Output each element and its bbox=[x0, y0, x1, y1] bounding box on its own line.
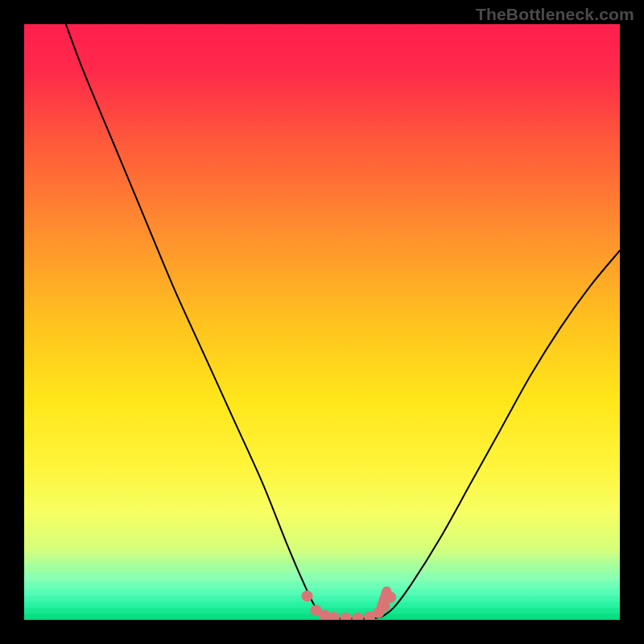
watermark-text: TheBottleneck.com bbox=[476, 5, 634, 24]
curve-right-branch bbox=[382, 250, 620, 617]
highlight-dot bbox=[302, 590, 313, 601]
highlight-dot bbox=[328, 612, 340, 620]
outer-frame: TheBottleneck.com bbox=[0, 0, 644, 644]
highlight-markers bbox=[302, 585, 397, 620]
highlight-dot bbox=[352, 613, 363, 620]
plot-area bbox=[24, 24, 620, 620]
highlight-dot bbox=[341, 613, 352, 620]
curve-left-branch bbox=[66, 24, 328, 617]
curve-layer bbox=[24, 24, 620, 620]
